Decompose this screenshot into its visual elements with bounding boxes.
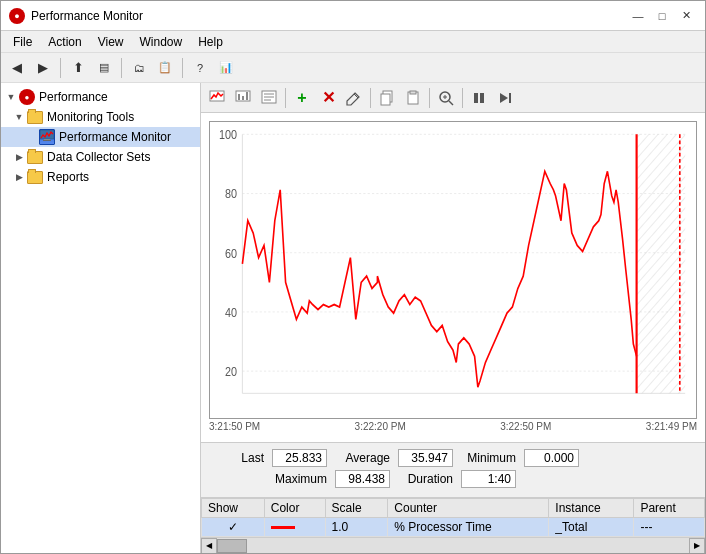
time-label-2: 3:22:20 PM [355, 421, 406, 432]
perf-monitor-icon [39, 129, 55, 145]
reports-toggle: ▶ [13, 171, 25, 183]
svg-marker-23 [500, 93, 508, 103]
header-parent: Parent [634, 499, 705, 518]
chart-container: 100 80 60 40 20 [209, 121, 697, 419]
app-icon: ● [9, 8, 25, 24]
svg-text:100: 100 [219, 129, 237, 142]
view-histogram-button[interactable] [231, 86, 255, 110]
main-toolbar: ◀ ▶ ⬆ ▤ 🗂 📋 ? 📊 [1, 53, 705, 83]
perf-sep-2 [370, 88, 371, 108]
table-row[interactable]: ✓ 1.0 % Processor Time _Total --- [202, 518, 705, 537]
stats-row-2: Maximum 98.438 Duration 1:40 [209, 470, 697, 488]
average-value: 35.947 [398, 449, 453, 467]
add-counter-button[interactable]: + [290, 86, 314, 110]
perf-monitor-label: Performance Monitor [59, 130, 171, 144]
cell-show: ✓ [202, 518, 265, 537]
perf-sep-4 [462, 88, 463, 108]
menu-file[interactable]: File [5, 33, 40, 51]
menu-action[interactable]: Action [40, 33, 89, 51]
svg-text:60: 60 [225, 247, 237, 260]
scroll-right-arrow[interactable]: ▶ [689, 538, 705, 554]
counter-table: Show Color Scale Counter Instance Parent [201, 498, 705, 537]
properties-button[interactable]: 📋 [153, 56, 177, 80]
maximum-label: Maximum [272, 472, 327, 486]
reports-icon [27, 169, 43, 185]
show-checkbox[interactable]: ✓ [208, 520, 258, 534]
sidebar-item-reports[interactable]: ▶ Reports [1, 167, 200, 187]
svg-rect-6 [242, 96, 244, 100]
title-left: ● Performance Monitor [9, 8, 143, 24]
color-indicator [271, 526, 295, 529]
cell-parent: --- [634, 518, 705, 537]
sidebar-root[interactable]: ▼ ● Performance [1, 87, 200, 107]
cell-instance: _Total [549, 518, 634, 537]
copy-button[interactable] [375, 86, 399, 110]
monitoring-tools-icon [27, 109, 43, 125]
minimum-label: Minimum [461, 451, 516, 465]
performance-chart: 100 80 60 40 20 [210, 122, 696, 418]
root-icon: ● [19, 89, 35, 105]
menu-view[interactable]: View [90, 33, 132, 51]
edit-counter-button[interactable] [342, 86, 366, 110]
right-panel: + ✕ [201, 83, 705, 553]
time-label-3: 3:22:50 PM [500, 421, 551, 432]
forward-button[interactable]: ▶ [31, 56, 55, 80]
scroll-thumb[interactable] [217, 539, 247, 553]
chart-area: 100 80 60 40 20 [201, 113, 705, 442]
remove-counter-button[interactable]: ✕ [316, 86, 340, 110]
maximum-value: 98.438 [335, 470, 390, 488]
show-hide-button[interactable]: ▤ [92, 56, 116, 80]
menu-window[interactable]: Window [132, 33, 191, 51]
sidebar: ▼ ● Performance ▼ Monitoring Tools [1, 83, 201, 553]
up-button[interactable]: ⬆ [66, 56, 90, 80]
title-controls: — □ ✕ [627, 5, 697, 27]
menu-bar: File Action View Window Help [1, 31, 705, 53]
sidebar-item-monitoring-tools[interactable]: ▼ Monitoring Tools [1, 107, 200, 127]
scroll-track[interactable] [217, 538, 689, 553]
paste-button[interactable] [401, 86, 425, 110]
toolbar-separator-2 [121, 58, 122, 78]
header-scale: Scale [325, 499, 388, 518]
folder-icon [27, 111, 43, 124]
perf-sep-3 [429, 88, 430, 108]
view-report-button[interactable] [257, 86, 281, 110]
monitor-sm-icon [39, 129, 55, 145]
view-toggle-button[interactable]: 🗂 [127, 56, 151, 80]
minimize-button[interactable]: — [627, 5, 649, 27]
time-label-4: 3:21:49 PM [646, 421, 697, 432]
svg-rect-1 [44, 139, 50, 140]
svg-rect-24 [509, 93, 511, 103]
monitoring-tools-toggle: ▼ [13, 111, 25, 123]
svg-rect-22 [480, 93, 484, 103]
zoom-button[interactable] [434, 86, 458, 110]
performance-icon: ● [19, 89, 35, 105]
next-button[interactable] [493, 86, 517, 110]
stats-row-1: Last 25.833 Average 35.947 Minimum 0.000 [209, 449, 697, 467]
chart-button[interactable]: 📊 [214, 56, 238, 80]
time-label-1: 3:21:50 PM [209, 421, 260, 432]
svg-rect-0 [40, 130, 54, 139]
header-instance: Instance [549, 499, 634, 518]
counter-table-container: Show Color Scale Counter Instance Parent [201, 497, 705, 553]
close-button[interactable]: ✕ [675, 5, 697, 27]
view-line-button[interactable] [205, 86, 229, 110]
title-bar: ● Performance Monitor — □ ✕ [1, 1, 705, 31]
svg-rect-2 [43, 140, 51, 141]
horizontal-scrollbar[interactable]: ◀ ▶ [201, 537, 705, 553]
time-labels: 3:21:50 PM 3:22:20 PM 3:22:50 PM 3:21:49… [209, 419, 697, 434]
toggle-icon: ▼ [5, 91, 17, 103]
svg-rect-5 [238, 94, 240, 100]
toolbar-separator-1 [60, 58, 61, 78]
duration-value: 1:40 [461, 470, 516, 488]
last-label: Last [209, 451, 264, 465]
sidebar-item-data-collector-sets[interactable]: ▶ Data Collector Sets [1, 147, 200, 167]
scroll-left-arrow[interactable]: ◀ [201, 538, 217, 554]
pause-button[interactable] [467, 86, 491, 110]
back-button[interactable]: ◀ [5, 56, 29, 80]
help-button[interactable]: ? [188, 56, 212, 80]
menu-help[interactable]: Help [190, 33, 231, 51]
toolbar-separator-3 [182, 58, 183, 78]
maximize-button[interactable]: □ [651, 5, 673, 27]
cell-counter: % Processor Time [388, 518, 549, 537]
sidebar-item-performance-monitor[interactable]: Performance Monitor [1, 127, 200, 147]
